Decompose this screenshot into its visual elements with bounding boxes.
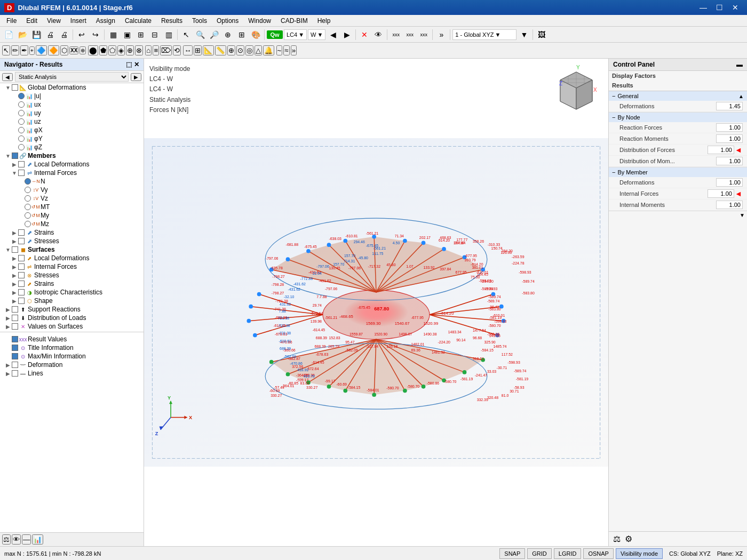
tb-more[interactable]: » [435,28,448,41]
tree-deformation[interactable]: ▶ 〰 Deformation [0,361,144,369]
tree-My[interactable]: ↺M My [0,211,144,220]
tree-Mz[interactable]: ↺M Mz [0,220,144,228]
cp-value-reaction-moments[interactable] [716,134,743,143]
tb-xxx2[interactable]: xxx [403,28,416,41]
cp-value-mem-int-moments[interactable] [716,201,743,209]
cp-scale-icon[interactable]: ⚖ [613,534,621,544]
tree-Vz[interactable]: ↕V Vz [0,194,144,203]
rb-u-abs[interactable] [18,93,25,99]
tree-maxmin-info[interactable]: ⊙ Max/Min Information [0,352,144,361]
tb-render2[interactable]: 🖼 [535,28,548,41]
cb-members[interactable] [12,153,18,159]
tree-uz[interactable]: 📊 uz [0,117,144,126]
tb2-10[interactable]: ⬟ [99,45,107,55]
tb2-21[interactable]: 📐 [203,45,214,55]
global-xyz-dropdown[interactable]: 1 - Global XYZ ▼ [452,29,516,40]
tb-zoom-sel[interactable]: ⊞ [235,28,248,41]
cb-shape[interactable] [18,298,25,304]
tree-MT[interactable]: ↺M MT [0,203,144,211]
tb2-15[interactable]: ⌂ [145,45,152,55]
tree-isotropic[interactable]: ▶ ◑ Isotropic Characteristics [0,288,144,297]
tb2-26[interactable]: △ [255,45,262,55]
menu-calculate[interactable]: Calculate [121,16,156,26]
tree-result-values[interactable]: xxx Result Values [0,335,144,343]
status-grid[interactable]: GRID [527,548,552,559]
tree-phiy[interactable]: 📊 φY [0,134,144,143]
tb2-30[interactable]: » [291,45,297,55]
tb2-22[interactable]: 📏 [215,45,226,55]
tree-surf-int-forces[interactable]: ▶ ⇌ Internal Forces [0,262,144,271]
cb-isotropic[interactable] [18,289,25,295]
cp-settings-icon[interactable]: ⚙ [625,534,632,544]
tree-values-surfaces[interactable]: ▶ ✕ Values on Surfaces [0,322,144,331]
close-btn[interactable]: ✕ [728,2,743,13]
nav-next[interactable]: ▶ [131,73,141,81]
nav-minimize[interactable]: ⬚ [126,61,132,68]
cp-value-dist-moments[interactable] [716,157,743,165]
cb-global-def[interactable] [12,84,18,91]
cb-lines[interactable] [12,370,18,377]
tb-zoom-in[interactable]: 🔍 [194,28,206,41]
cp-minimize[interactable]: ▬ [736,61,743,68]
menu-edit[interactable]: Edit [22,16,42,26]
tb-undo[interactable]: ↩ [75,28,88,41]
menu-assign[interactable]: Assign [92,16,120,26]
rb-Vy[interactable] [25,187,31,193]
cb-stresses[interactable] [18,238,25,244]
tree-local-def[interactable]: ▶ ⬈ Local Deformations [0,160,144,169]
tb2-27[interactable]: 🔔 [263,45,274,55]
title-controls[interactable]: — ☐ ✕ [696,2,743,13]
cp-value-mem-deformations[interactable] [716,178,743,187]
tb2-13[interactable]: ⊕ [126,45,134,55]
tb2-12[interactable]: ◈ [117,45,125,55]
cb-result-values[interactable] [12,336,18,342]
tb2-2[interactable]: ✏ [11,45,19,55]
tree-shape[interactable]: ▶ ⬡ Shape [0,297,144,305]
tb2-16[interactable]: ≡ [153,45,159,55]
tree-phiz[interactable]: 📊 φZ [0,143,144,151]
cb-dist-loads[interactable] [12,315,18,321]
rb-uz[interactable] [18,118,25,125]
tree-N[interactable]: ↔N N [0,177,144,186]
cb-surf-strains[interactable] [18,281,25,287]
tb-cursor[interactable]: ↖ [180,28,193,41]
tb-print[interactable]: 🖨 [44,28,57,41]
tb-left[interactable]: ◀ [327,28,339,41]
cb-support-reactions[interactable] [12,306,18,313]
menu-view[interactable]: View [43,16,65,26]
tb-eye[interactable]: 👁 [372,28,385,41]
rb-My[interactable] [25,212,31,219]
rb-uy[interactable] [18,110,25,116]
menu-results[interactable]: Results [157,16,187,26]
tb2-29[interactable]: ≈ [283,45,289,55]
tb2-5[interactable]: 🔷 [36,45,47,55]
rb-ux[interactable] [18,101,25,108]
minimize-btn[interactable]: — [696,2,711,13]
tb2-24[interactable]: ⊙ [236,45,244,55]
tb-save[interactable]: 💾 [30,28,43,41]
tb2-4[interactable]: ⌖ [29,46,35,55]
tb2-28[interactable]: ~ [276,45,283,55]
status-osnap[interactable]: OSNAP [583,548,614,559]
tree-uy[interactable]: 📊 uy [0,109,144,117]
tb-nav[interactable]: ▼ [518,28,530,41]
cb-maxmin-info[interactable] [12,353,18,359]
cube-nav[interactable]: X Y Z [550,64,603,117]
menu-options[interactable]: Options [212,16,243,26]
tb2-8[interactable]: ⊕ [80,46,86,54]
cp-group-bynode-header[interactable]: − By Node [609,113,747,122]
lc4-dropdown[interactable]: LC4 ▼ [284,29,307,40]
tree-lines[interactable]: ▶ — Lines [0,369,144,378]
tb2-18[interactable]: ⟲ [173,45,181,55]
tb-new[interactable]: 📄 [2,28,15,41]
rb-phix[interactable] [18,127,25,133]
cb-surfaces[interactable] [12,246,18,253]
rb-phiz[interactable] [18,144,25,150]
tb-grid4[interactable]: ⊟ [148,28,161,41]
tb2-17[interactable]: ⌦ [160,45,172,55]
cp-value-deformations[interactable] [716,102,743,110]
cp-value-mem-int-forces[interactable] [708,189,734,198]
tree-global-deformations[interactable]: ▼ 📐 Global Deformations [0,83,144,92]
menu-help[interactable]: Help [313,16,335,26]
tb2-11[interactable]: ⬠ [108,45,116,55]
